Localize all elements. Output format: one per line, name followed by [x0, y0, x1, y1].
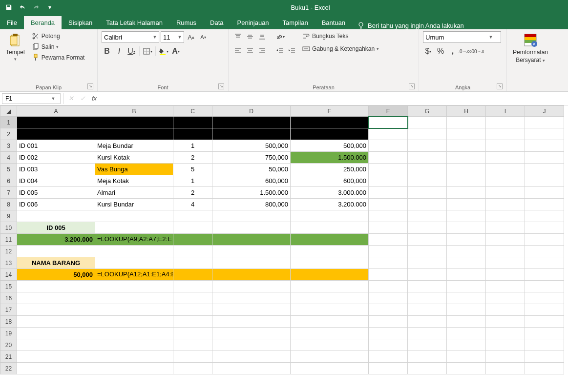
cell[interactable] [173, 234, 212, 246]
cell[interactable] [173, 339, 212, 351]
cell[interactable] [291, 328, 369, 339]
cell[interactable] [212, 351, 291, 363]
cell[interactable] [486, 304, 525, 316]
cancel-formula-button[interactable]: ✕ [65, 95, 77, 102]
font-size-combo[interactable]: ▼ [161, 31, 184, 43]
cell[interactable] [212, 281, 291, 292]
row-header[interactable]: 1 [0, 117, 17, 128]
cell[interactable] [17, 328, 95, 339]
cell[interactable] [525, 199, 564, 210]
cell[interactable] [173, 257, 212, 269]
number-format-input[interactable] [423, 34, 487, 41]
cell[interactable] [525, 328, 564, 339]
align-center-button[interactable] [245, 45, 255, 56]
underline-button[interactable]: U▾ [126, 46, 137, 57]
col-header[interactable]: I [486, 106, 525, 117]
cell[interactable] [369, 339, 408, 351]
cell[interactable] [447, 246, 486, 257]
cell[interactable] [212, 257, 291, 269]
cell[interactable]: 1 [173, 140, 212, 152]
cell[interactable]: NAMA BARANG [95, 117, 173, 128]
decrease-indent-button[interactable] [274, 45, 285, 56]
fill-color-button[interactable]: ▾ [158, 46, 169, 57]
cell[interactable] [525, 339, 564, 351]
cell[interactable]: Kursi Bundar [95, 199, 173, 210]
row-header[interactable]: 17 [0, 304, 17, 316]
cell[interactable] [17, 304, 95, 316]
number-format-combo[interactable]: ▼ [423, 31, 501, 43]
cell[interactable] [95, 339, 173, 351]
cell[interactable]: =LOOKUP(A9;A2:A7;E2:E7) [95, 234, 173, 246]
cell[interactable]: 800,000 [212, 199, 291, 210]
cell[interactable] [408, 339, 447, 351]
cell[interactable] [173, 246, 212, 257]
cell[interactable] [486, 363, 525, 374]
cell[interactable] [525, 281, 564, 292]
row-header[interactable]: 20 [0, 339, 17, 351]
cell[interactable] [486, 316, 525, 328]
merge-center-button[interactable]: Gabung & Ketengahkan ▾ [300, 44, 381, 54]
cell[interactable] [291, 222, 369, 234]
paste-button[interactable]: Tempel ▾ [4, 31, 27, 62]
cell[interactable] [447, 304, 486, 316]
cell[interactable] [525, 152, 564, 164]
cell[interactable] [525, 234, 564, 246]
cell[interactable]: 600,000 [291, 175, 369, 187]
cell[interactable] [525, 269, 564, 281]
cell[interactable] [291, 316, 369, 328]
col-header[interactable]: B [95, 106, 173, 117]
row-header[interactable]: 12 [0, 246, 17, 257]
cell[interactable] [486, 269, 525, 281]
cell[interactable] [525, 175, 564, 187]
cell[interactable] [17, 281, 95, 292]
cell[interactable] [369, 304, 408, 316]
cell[interactable] [369, 328, 408, 339]
cell[interactable] [369, 128, 408, 140]
row-header[interactable]: 21 [0, 351, 17, 363]
cell[interactable]: 500,000 [291, 140, 369, 152]
name-box-input[interactable] [2, 95, 46, 102]
cell[interactable] [291, 351, 369, 363]
cell[interactable] [408, 234, 447, 246]
cell[interactable] [486, 210, 525, 222]
cell[interactable] [525, 222, 564, 234]
cell[interactable] [525, 164, 564, 175]
cell[interactable] [525, 292, 564, 304]
cell[interactable]: ID 004 [17, 175, 95, 187]
cell[interactable]: NAMA BARANG [17, 257, 95, 269]
cell[interactable] [95, 363, 173, 374]
cell[interactable] [447, 257, 486, 269]
cell[interactable] [447, 328, 486, 339]
cell[interactable] [447, 222, 486, 234]
cell[interactable]: Vas Bunga [95, 164, 173, 175]
row-header[interactable]: 18 [0, 316, 17, 328]
cell[interactable] [447, 152, 486, 164]
cell[interactable]: 3 [173, 128, 212, 140]
cell[interactable]: ID 001 [17, 140, 95, 152]
cell[interactable] [408, 269, 447, 281]
cell[interactable]: TOTAL [291, 117, 369, 128]
cell[interactable] [212, 210, 291, 222]
cell[interactable] [408, 316, 447, 328]
format-painter-button[interactable]: Pewarna Format [30, 53, 87, 62]
cell[interactable] [173, 281, 212, 292]
cell[interactable] [486, 339, 525, 351]
cell[interactable]: 1.500.000 [291, 152, 369, 164]
cell[interactable] [17, 351, 95, 363]
cell[interactable] [408, 363, 447, 374]
cell[interactable] [486, 164, 525, 175]
cell[interactable] [291, 210, 369, 222]
cell[interactable] [212, 304, 291, 316]
tab-formulas[interactable]: Rumus [169, 16, 203, 29]
col-header[interactable]: A [17, 106, 95, 117]
cell[interactable] [95, 222, 173, 234]
cell[interactable] [173, 292, 212, 304]
cell[interactable] [447, 339, 486, 351]
cell[interactable] [525, 304, 564, 316]
cell[interactable] [291, 292, 369, 304]
cell[interactable] [212, 222, 291, 234]
conditional-format-button[interactable]: ≠ Pemformatan Bersyarat ▾ [511, 31, 550, 64]
cell[interactable] [408, 164, 447, 175]
row-header[interactable]: 4 [0, 152, 17, 164]
chevron-down-icon[interactable]: ▼ [46, 96, 60, 101]
